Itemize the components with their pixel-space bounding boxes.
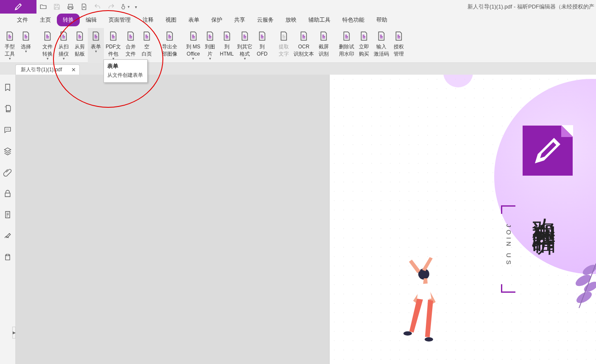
document-icon <box>187 30 200 42</box>
ribbon-合并文件[interactable]: 合并文件 <box>123 28 139 63</box>
app-logo <box>0 0 36 14</box>
ribbon-从扫描仪[interactable]: 从扫描仪 <box>56 28 72 63</box>
document-tab-label: 新人引导(1)(1).pdf <box>21 66 62 73</box>
attachment-icon[interactable] <box>3 168 12 178</box>
menu-视图[interactable]: 视图 <box>159 14 182 26</box>
ribbon-文件转换[interactable]: 文件转换 <box>39 28 56 63</box>
menu-页面管理[interactable]: 页面管理 <box>103 14 137 26</box>
ribbon-label: PDF文 <box>106 44 121 50</box>
document-tabstrip: 新人引导(1)(1).pdf ✕ <box>0 63 596 75</box>
page-subhead: JOIN US <box>505 224 512 267</box>
ribbon-label: 输入 <box>376 44 386 50</box>
redo-icon[interactable] <box>104 0 118 14</box>
document-icon <box>204 30 216 42</box>
svg-point-0 <box>6 129 7 130</box>
touch-icon[interactable]: ▾ <box>118 0 132 14</box>
document-page[interactable]: JOIN US 欢迎来到福昕 <box>329 75 596 364</box>
menu-云服务[interactable]: 云服务 <box>251 14 280 26</box>
menu-保护[interactable]: 保护 <box>205 14 228 26</box>
svg-point-6 <box>575 289 594 305</box>
bookmark-icon[interactable] <box>3 83 12 93</box>
ribbon-到其它格式[interactable]: 到其它格式 <box>235 28 254 63</box>
ribbon-到HTML[interactable]: 到HTML <box>218 28 235 63</box>
document-tab[interactable]: 新人引导(1)(1).pdf ✕ <box>15 64 80 75</box>
comment-icon[interactable] <box>3 126 12 136</box>
ribbon-选择[interactable]: 选择 <box>18 28 34 63</box>
menu-共享[interactable]: 共享 <box>228 14 251 26</box>
tooltip-body: 从文件创建表单 <box>107 72 144 79</box>
ribbon-截屏识别[interactable]: 截屏识别 <box>316 28 332 63</box>
ribbon-label: 识别 <box>319 51 329 57</box>
ribbon-label: 到 <box>260 44 265 50</box>
menu-转换[interactable]: 转换 <box>57 14 80 26</box>
ribbon-输入激活码[interactable]: 输入激活码 <box>372 28 391 63</box>
qat-more-icon[interactable]: ▾ <box>132 0 140 14</box>
document-icon <box>90 30 102 42</box>
ribbon-PDF文件包[interactable]: PDF文件包 <box>104 28 123 63</box>
ribbon-label: 授权 <box>394 44 404 50</box>
ribbon-空白页[interactable]: 空白页 <box>139 28 155 63</box>
ribbon-label: 工具 <box>5 51 15 57</box>
ribbon-手型工具[interactable]: 手型工具 <box>2 28 18 63</box>
document-icon <box>297 30 310 42</box>
save-icon[interactable] <box>50 0 64 14</box>
layers-icon[interactable] <box>3 147 12 157</box>
svg-point-2 <box>8 129 9 130</box>
ribbon-label: 文件 <box>126 51 136 57</box>
open-icon[interactable] <box>36 0 50 14</box>
ribbon: 手型工具选择文件转换从扫描仪从剪贴板表单PDF文件包合并文件空白页导出全部图像到… <box>0 26 596 63</box>
sidebar-collapse-handle[interactable]: ▶ <box>12 327 16 339</box>
ribbon-label: 识别文本 <box>294 51 314 57</box>
menu-编辑[interactable]: 编辑 <box>80 14 103 26</box>
ribbon-导出全部图像[interactable]: 导出全部图像 <box>160 28 179 63</box>
ribbon-label: 白页 <box>142 51 152 57</box>
document-icon <box>317 30 330 42</box>
ribbon-label: 到 MS <box>186 44 200 50</box>
ribbon-到OFD[interactable]: 到OFD <box>254 28 270 63</box>
decor-leaves <box>566 261 596 314</box>
ribbon-到 MSOffice[interactable]: 到 MSOffice <box>185 28 202 63</box>
ribbon-label: 激活码 <box>374 51 389 57</box>
security-icon[interactable] <box>3 189 12 199</box>
print-icon[interactable] <box>64 0 77 14</box>
ribbon-label: 合并 <box>126 44 136 50</box>
signature-icon[interactable] <box>3 232 12 242</box>
menu-注释[interactable]: 注释 <box>137 14 159 26</box>
ribbon-label: 空 <box>144 44 149 50</box>
pen-nib-icon <box>531 134 565 168</box>
document-icon <box>140 30 153 42</box>
ribbon-label: 截屏 <box>319 44 329 50</box>
left-sidebar: ▶ <box>0 75 15 364</box>
document-icon <box>107 30 120 42</box>
ribbon-表单[interactable]: 表单 <box>88 28 104 63</box>
pages-icon[interactable] <box>3 104 12 115</box>
ribbon-授权管理[interactable]: 授权管理 <box>391 28 407 63</box>
ribbon-label: 手型 <box>5 44 15 50</box>
ribbon-label: 从扫 <box>59 44 69 50</box>
menu-表单[interactable]: 表单 <box>182 14 205 26</box>
menu-特色功能[interactable]: 特色功能 <box>336 14 370 26</box>
ribbon-label: 描仪 <box>59 51 69 57</box>
undo-icon[interactable] <box>91 0 104 14</box>
form-panel-icon[interactable] <box>3 210 12 221</box>
menu-放映[interactable]: 放映 <box>280 14 302 26</box>
ribbon-立即购买[interactable]: 立即购买 <box>356 28 372 63</box>
ribbon-label: 件包 <box>108 51 118 57</box>
chevron-down-icon <box>63 57 65 60</box>
new-page-icon[interactable] <box>77 0 91 14</box>
svg-point-8 <box>403 331 412 336</box>
menu-文件[interactable]: 文件 <box>11 14 34 26</box>
menu-主页[interactable]: 主页 <box>34 14 57 26</box>
menu-帮助[interactable]: 帮助 <box>370 14 393 26</box>
ribbon-label: 立即 <box>359 44 369 50</box>
close-icon[interactable]: ✕ <box>71 67 76 73</box>
ribbon-删除试用水印[interactable]: 删除试用水印 <box>337 28 356 63</box>
clipboard-icon[interactable] <box>3 253 12 263</box>
ribbon-到图片[interactable]: 到图片 <box>202 28 218 63</box>
ribbon-从剪贴板[interactable]: 从剪贴板 <box>72 28 88 63</box>
chevron-down-icon <box>192 57 194 60</box>
menu-辅助工具[interactable]: 辅助工具 <box>302 14 336 26</box>
document-icon <box>392 30 405 42</box>
ribbon-OCR识别文本[interactable]: OCR识别文本 <box>292 28 316 63</box>
document-icon <box>163 30 176 42</box>
